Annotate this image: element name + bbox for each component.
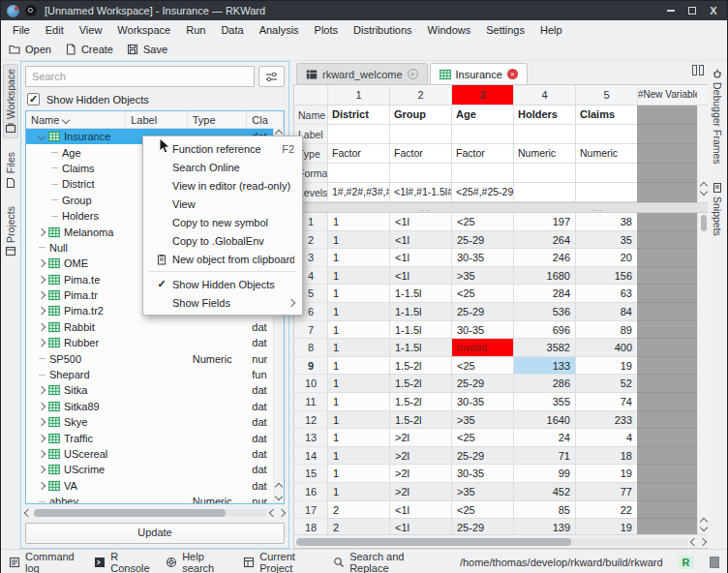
new-variable-cell[interactable] bbox=[637, 357, 697, 376]
tree-row-va[interactable]: VAdat bbox=[26, 478, 284, 494]
meta-cell[interactable]: Holders bbox=[513, 106, 575, 125]
row-number[interactable]: 18 bbox=[294, 519, 327, 534]
data-cell[interactable]: 85 bbox=[513, 501, 575, 520]
context-menu-item-show-hidden-objects[interactable]: ✓Show Hidden Objects bbox=[143, 275, 302, 293]
data-cell[interactable]: <1l bbox=[389, 213, 451, 231]
new-variable-cell[interactable] bbox=[637, 213, 697, 231]
data-cell[interactable]: 89 bbox=[575, 321, 637, 340]
split-view-icon[interactable] bbox=[692, 65, 704, 75]
data-cell[interactable]: 1 bbox=[327, 447, 389, 466]
meta-cell[interactable]: Factor bbox=[389, 144, 451, 164]
meta-cell[interactable] bbox=[513, 125, 575, 144]
statusbar-current-project[interactable]: Current Project bbox=[243, 551, 318, 573]
data-cell[interactable]: 1 bbox=[327, 267, 389, 286]
row-number[interactable]: 14 bbox=[294, 447, 327, 466]
meta-cell[interactable]: Numeric bbox=[513, 144, 575, 164]
data-cell[interactable]: 77 bbox=[575, 483, 637, 501]
meta-cell[interactable] bbox=[327, 164, 389, 183]
data-cell[interactable]: <25 bbox=[451, 429, 513, 447]
data-cell[interactable]: 1-1.5l bbox=[389, 339, 451, 357]
new-variable-cell[interactable] bbox=[637, 501, 697, 520]
meta-cell[interactable] bbox=[575, 164, 637, 183]
data-cell[interactable]: 22 bbox=[575, 501, 637, 520]
data-cell[interactable]: 1640 bbox=[513, 411, 575, 430]
data-cell[interactable]: <25 bbox=[451, 285, 513, 303]
tool-tab-snippets[interactable]: Snippets bbox=[711, 178, 724, 240]
meta-cell[interactable]: <1l#,#1-1.5l#,... bbox=[389, 183, 451, 202]
tree-column-header-cla[interactable]: Cla bbox=[247, 111, 284, 128]
data-cell[interactable]: 18 bbox=[575, 447, 637, 466]
data-cell[interactable]: 99 bbox=[513, 465, 575, 483]
meta-cell[interactable] bbox=[327, 125, 389, 144]
data-vertical-scrollbar[interactable] bbox=[697, 501, 708, 520]
data-cell[interactable]: 696 bbox=[513, 321, 575, 340]
context-menu-item-search-online[interactable]: Search Online bbox=[143, 158, 302, 176]
new-variable-cell[interactable] bbox=[637, 519, 697, 534]
toolbar-save-button[interactable]: Save bbox=[127, 44, 167, 55]
data-cell[interactable]: 25-29 bbox=[451, 303, 513, 321]
data-vertical-scrollbar[interactable] bbox=[697, 357, 708, 376]
minimize-button[interactable] bbox=[663, 4, 679, 17]
data-cell[interactable]: >35 bbox=[451, 411, 513, 430]
data-cell[interactable]: 25-29 bbox=[451, 447, 513, 466]
data-cell[interactable]: 38 bbox=[575, 213, 637, 231]
data-cell[interactable]: 30-35 bbox=[451, 465, 513, 483]
tool-tab-projects[interactable]: Projects bbox=[4, 202, 17, 261]
data-cell[interactable]: 1 bbox=[327, 393, 389, 411]
statusbar-search-and-replace[interactable]: Search and Replace bbox=[333, 551, 429, 573]
tree-row-rabbit[interactable]: Rabbitdat bbox=[26, 319, 284, 335]
context-menu-item-view-in-editor-read-only-[interactable]: View in editor (read-only) bbox=[143, 176, 302, 195]
new-variable-cell[interactable] bbox=[637, 411, 697, 430]
data-cell[interactable]: 1 bbox=[327, 213, 389, 231]
row-number[interactable]: 9 bbox=[294, 357, 327, 376]
data-cell[interactable]: <25 bbox=[451, 501, 513, 520]
data-cell[interactable]: 1-1.5l bbox=[389, 303, 451, 321]
new-variable-cell[interactable] bbox=[637, 144, 697, 164]
data-cell[interactable]: <1l bbox=[389, 519, 451, 534]
menu-analysis[interactable]: Analysis bbox=[252, 22, 307, 38]
meta-cell[interactable]: Factor bbox=[451, 144, 513, 164]
meta-cell[interactable] bbox=[513, 183, 575, 202]
context-menu-item-new-object-from-clipboard[interactable]: New object from clipboard bbox=[143, 250, 302, 268]
tree-row-rubber[interactable]: Rubberdat bbox=[26, 335, 284, 350]
editor-pane-splitter[interactable]: ······ bbox=[294, 202, 708, 213]
data-vertical-scrollbar[interactable] bbox=[697, 447, 708, 466]
data-cell[interactable]: >35 bbox=[451, 483, 513, 501]
column-header-2[interactable]: 2 bbox=[389, 85, 451, 105]
data-cell[interactable]: 30-35 bbox=[451, 393, 513, 411]
data-cell[interactable]: 1 bbox=[327, 231, 389, 250]
data-cell[interactable]: 246 bbox=[513, 249, 575, 267]
row-number[interactable]: 10 bbox=[294, 375, 327, 393]
data-cell[interactable]: 2 bbox=[327, 519, 389, 534]
new-variable-cell[interactable] bbox=[637, 125, 697, 144]
row-number[interactable]: 17 bbox=[294, 501, 327, 520]
data-cell[interactable]: <25 bbox=[451, 213, 513, 231]
row-number[interactable]: 8 bbox=[294, 339, 327, 357]
menu-run[interactable]: Run bbox=[178, 22, 213, 38]
tab-close-icon[interactable]: × bbox=[408, 69, 418, 79]
data-cell[interactable]: 84 bbox=[575, 303, 637, 321]
toolbar-open-button[interactable]: Open bbox=[9, 44, 51, 55]
data-cell[interactable]: 20 bbox=[575, 249, 637, 267]
data-cell[interactable]: 452 bbox=[513, 483, 575, 501]
new-variable-cell[interactable] bbox=[637, 465, 697, 483]
meta-cell[interactable] bbox=[575, 183, 637, 202]
new-variable-cell[interactable] bbox=[637, 393, 697, 411]
data-cell[interactable]: 1680 bbox=[513, 267, 575, 286]
data-cell[interactable]: 1.5-2l bbox=[389, 357, 451, 376]
meta-cell[interactable]: District bbox=[327, 106, 389, 125]
row-number[interactable]: 16 bbox=[294, 483, 327, 501]
context-menu-item-show-fields[interactable]: Show Fields bbox=[143, 293, 302, 312]
new-variable-cell[interactable] bbox=[637, 303, 697, 321]
row-number[interactable]: 11 bbox=[294, 393, 327, 411]
close-button[interactable]: X bbox=[706, 4, 721, 17]
column-header-5[interactable]: 5 bbox=[575, 85, 637, 105]
tree-column-header-label[interactable]: Label bbox=[126, 111, 188, 128]
data-cell[interactable]: 400 bbox=[575, 339, 637, 357]
data-cell[interactable]: 1 bbox=[327, 429, 389, 447]
data-cell[interactable]: 19 bbox=[575, 519, 637, 534]
meta-cell[interactable] bbox=[389, 164, 451, 183]
search-input[interactable] bbox=[25, 66, 255, 87]
data-cell[interactable]: 4 bbox=[575, 429, 637, 447]
data-cell[interactable]: 284 bbox=[513, 285, 575, 303]
